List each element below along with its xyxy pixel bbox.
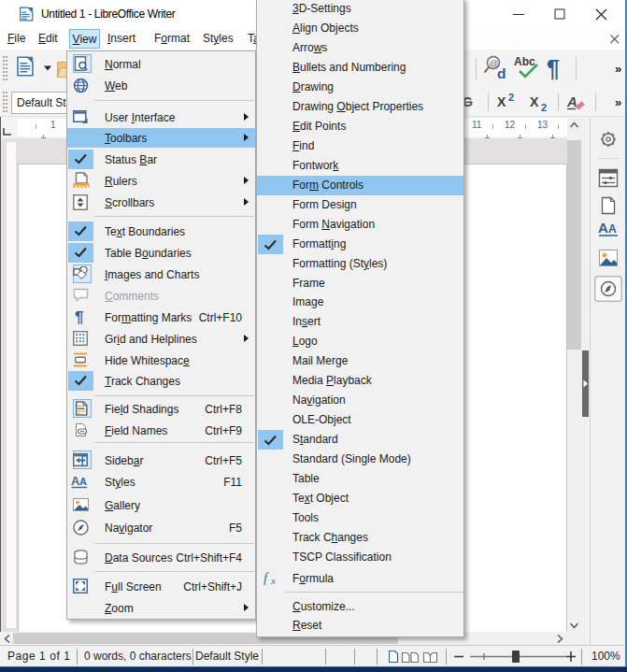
svg-text:A: A (79, 476, 87, 487)
svg-text:A: A (598, 220, 608, 236)
svg-text:2: 2 (541, 102, 547, 113)
svg-text:Abc: Abc (514, 55, 535, 68)
svg-text:¶: ¶ (547, 55, 560, 80)
svg-text:¶: ¶ (75, 309, 83, 325)
svg-text:X: X (497, 94, 506, 109)
svg-text:A: A (608, 222, 617, 236)
svg-text:d: d (497, 65, 506, 81)
svg-text:2: 2 (508, 92, 514, 103)
svg-text:f: f (264, 570, 269, 585)
svg-text:X: X (530, 94, 539, 109)
svg-text:x: x (270, 575, 276, 586)
